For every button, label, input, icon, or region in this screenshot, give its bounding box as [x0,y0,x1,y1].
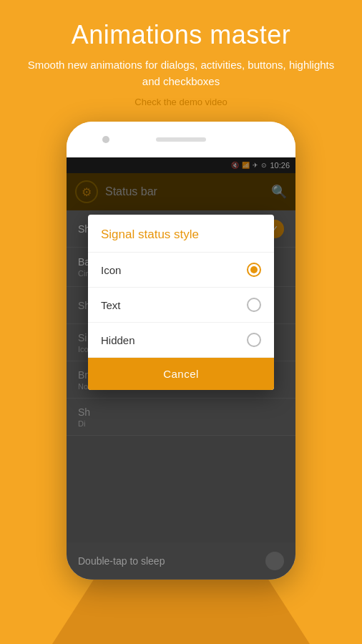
demo-video-link[interactable]: Check the demo video [134,97,227,107]
option-icon-label: Icon [101,264,121,276]
phone-bezel [67,122,295,157]
dialog-option-icon[interactable]: Icon [88,253,274,288]
dialog-option-text[interactable]: Text [88,288,274,323]
signal-style-dialog: Signal status style Icon Text Hidden [88,215,274,390]
option-hidden-label: Hidden [101,334,135,346]
dialog-overlay: Signal status style Icon Text Hidden [67,157,295,580]
page-subtitle: Smooth new animations for dialogs, activ… [21,57,341,89]
cancel-button[interactable]: Cancel [88,358,274,390]
option-text-label: Text [101,299,121,311]
radio-hidden-unselected [247,333,261,347]
phone-speaker [156,137,206,142]
dialog-option-hidden[interactable]: Hidden [88,323,274,358]
phone-screen: 🔇 📶 ✈ ⊙ 10:26 ⚙ Status bar 🔍 Show clock … [67,157,295,580]
phone-camera [102,136,109,143]
dialog-title: Signal status style [88,215,274,253]
radio-icon-selected [247,263,261,277]
page-title: Animations master [21,20,341,50]
radio-text-unselected [247,298,261,312]
